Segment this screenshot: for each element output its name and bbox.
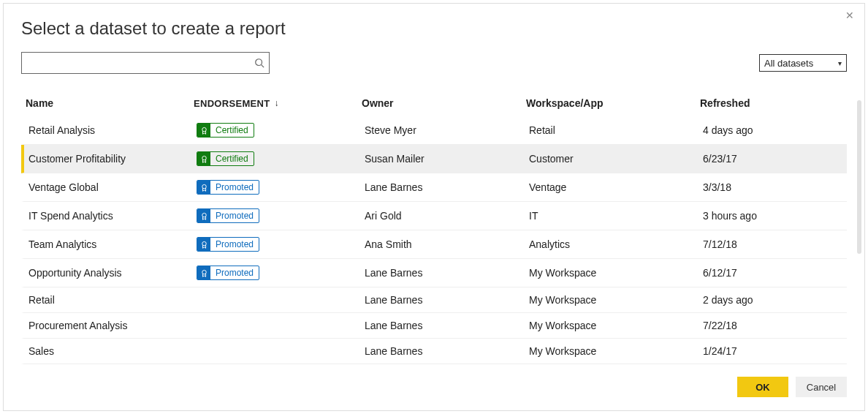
cell-refreshed: 4 days ago xyxy=(703,124,847,136)
svg-point-3 xyxy=(202,156,206,160)
cell-refreshed: 1/24/17 xyxy=(703,345,847,357)
toolbar: All datasets ▾ xyxy=(21,52,847,74)
svg-point-7 xyxy=(202,270,206,274)
endorsement-badge-label: Certified xyxy=(210,152,254,165)
sort-arrow-icon: ↓ xyxy=(274,98,278,108)
col-name[interactable]: Name xyxy=(26,97,194,109)
cell-endorsement: Certified xyxy=(197,123,365,138)
cell-name: Retail Analysis xyxy=(28,124,197,136)
cell-owner: Ana Smith xyxy=(365,238,529,250)
cell-name: Retail xyxy=(28,294,197,306)
endorsement-badge-certified: Certified xyxy=(197,151,254,166)
cancel-button[interactable]: Cancel xyxy=(796,377,847,397)
dialog-footer: OK Cancel xyxy=(737,377,847,397)
ribbon-icon xyxy=(197,124,210,137)
endorsement-badge-promoted: Promoted xyxy=(197,208,259,223)
endorsement-badge-promoted: Promoted xyxy=(197,237,259,252)
cell-endorsement: Promoted xyxy=(197,208,365,223)
cell-workspace: Ventage xyxy=(529,181,703,193)
table-row[interactable]: Retail AnalysisCertifiedSteve MyerRetail… xyxy=(21,116,847,145)
close-icon[interactable]: ✕ xyxy=(845,10,854,21)
cell-endorsement: Promoted xyxy=(197,237,365,252)
cell-workspace: My Workspace xyxy=(529,267,703,279)
cell-workspace: Customer xyxy=(529,153,703,165)
table-row[interactable]: Procurement AnalysisLane BarnesMy Worksp… xyxy=(21,313,847,339)
endorsement-badge-promoted: Promoted xyxy=(197,266,259,280)
cell-refreshed: 6/23/17 xyxy=(703,153,847,165)
table-row[interactable]: IT Spend AnalyticsPromotedAri GoldIT3 ho… xyxy=(21,202,847,230)
svg-point-4 xyxy=(202,184,206,189)
endorsement-badge-label: Promoted xyxy=(210,209,259,222)
cell-endorsement: Promoted xyxy=(197,266,365,280)
table-row[interactable]: Ventage GlobalPromotedLane BarnesVentage… xyxy=(21,173,847,202)
endorsement-badge-promoted: Promoted xyxy=(197,180,259,195)
dialog-title: Select a dataset to create a report xyxy=(21,18,847,39)
dataset-filter-select[interactable]: All datasets ▾ xyxy=(759,54,847,72)
svg-point-2 xyxy=(202,127,206,132)
cell-owner: Susan Mailer xyxy=(365,153,529,165)
cell-name: Ventage Global xyxy=(28,181,197,193)
svg-line-1 xyxy=(262,65,264,68)
cell-name: Customer Profitability xyxy=(28,153,197,165)
cell-refreshed: 6/12/17 xyxy=(703,267,847,279)
cell-endorsement: Promoted xyxy=(197,180,365,195)
svg-point-0 xyxy=(256,59,262,66)
search-box[interactable] xyxy=(21,52,270,74)
cell-owner: Steve Myer xyxy=(365,124,529,136)
col-workspace[interactable]: Workspace/App xyxy=(526,97,700,109)
cell-workspace: IT xyxy=(529,210,703,222)
col-owner[interactable]: Owner xyxy=(362,97,526,109)
cell-owner: Ari Gold xyxy=(365,210,529,222)
cell-workspace: My Workspace xyxy=(529,294,703,306)
endorsement-badge-certified: Certified xyxy=(197,123,254,138)
cell-owner: Lane Barnes xyxy=(365,345,529,357)
cell-endorsement: Certified xyxy=(197,151,365,166)
col-endorsement-label: Endorsement xyxy=(194,98,270,109)
cell-owner: Lane Barnes xyxy=(365,267,529,279)
cell-name: Procurement Analysis xyxy=(28,320,197,331)
cell-refreshed: 3/3/18 xyxy=(703,181,847,193)
chevron-down-icon: ▾ xyxy=(838,59,842,67)
cell-owner: Lane Barnes xyxy=(365,320,529,331)
table-header: Name Endorsement ↓ Owner Workspace/App R… xyxy=(21,91,847,116)
ribbon-icon xyxy=(197,209,210,222)
dialog: ✕ Select a dataset to create a report Al… xyxy=(3,3,865,411)
ribbon-icon xyxy=(197,152,210,165)
cell-name: IT Spend Analytics xyxy=(28,210,197,222)
svg-point-6 xyxy=(202,241,206,246)
col-refreshed[interactable]: Refreshed xyxy=(700,97,847,109)
endorsement-badge-label: Promoted xyxy=(210,266,259,279)
cell-owner: Lane Barnes xyxy=(365,294,529,306)
cell-name: Sales xyxy=(28,345,197,357)
cell-name: Opportunity Analysis xyxy=(28,267,197,279)
ok-button[interactable]: OK xyxy=(737,377,788,397)
svg-point-5 xyxy=(202,213,206,217)
table-row[interactable]: RetailLane BarnesMy Workspace2 days ago xyxy=(21,287,847,313)
cell-owner: Lane Barnes xyxy=(365,181,529,193)
table-body: Retail AnalysisCertifiedSteve MyerRetail… xyxy=(21,116,847,364)
table-row[interactable]: Team AnalyticsPromotedAna SmithAnalytics… xyxy=(21,230,847,259)
col-endorsement[interactable]: Endorsement ↓ xyxy=(194,98,362,109)
cell-workspace: Retail xyxy=(529,124,703,136)
cell-workspace: My Workspace xyxy=(529,345,703,357)
search-input[interactable] xyxy=(28,56,254,69)
cell-refreshed: 2 days ago xyxy=(703,294,847,306)
endorsement-badge-label: Certified xyxy=(210,124,254,137)
table-row[interactable]: Opportunity AnalysisPromotedLane BarnesM… xyxy=(21,259,847,287)
scrollbar[interactable] xyxy=(857,100,861,254)
ribbon-icon xyxy=(197,266,210,279)
ribbon-icon xyxy=(197,238,210,251)
cell-refreshed: 3 hours ago xyxy=(703,210,847,222)
dataset-table: Name Endorsement ↓ Owner Workspace/App R… xyxy=(21,91,847,364)
cell-workspace: Analytics xyxy=(529,238,703,250)
cell-workspace: My Workspace xyxy=(529,320,703,331)
endorsement-badge-label: Promoted xyxy=(210,238,259,251)
table-row[interactable]: SalesLane BarnesMy Workspace1/24/17 xyxy=(21,339,847,364)
cell-name: Team Analytics xyxy=(28,238,197,250)
table-row[interactable]: Customer ProfitabilityCertifiedSusan Mai… xyxy=(21,145,847,173)
cell-refreshed: 7/22/18 xyxy=(703,320,847,331)
search-icon xyxy=(254,58,264,68)
cell-refreshed: 7/12/18 xyxy=(703,238,847,250)
endorsement-badge-label: Promoted xyxy=(210,181,259,194)
dataset-filter-label: All datasets xyxy=(764,58,813,69)
